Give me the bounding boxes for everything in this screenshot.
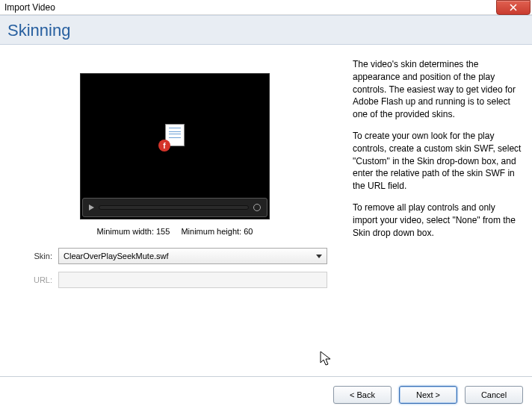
skin-row: Skin: ClearOverPlaySeekMute.swf: [22, 248, 327, 264]
cursor-icon: [320, 351, 332, 367]
seek-bar[interactable]: [99, 205, 249, 210]
page-heading: Skinning: [0, 15, 532, 45]
chevron-down-icon: [316, 255, 322, 258]
video-stage: f: [81, 74, 269, 196]
volume-icon[interactable]: [253, 204, 261, 211]
skin-label: Skin:: [22, 252, 58, 260]
close-icon: [510, 4, 517, 11]
min-width-label: Minimum width: 155: [97, 227, 170, 236]
wizard-footer: < Back Next > Cancel: [0, 376, 532, 412]
url-input: [58, 272, 327, 288]
video-preview: f: [80, 73, 270, 219]
window-title: Import Video: [4, 2, 55, 13]
info-paragraph-3: To remove all play controls and only imp…: [353, 202, 522, 239]
player-skin-bar: [82, 198, 267, 217]
info-paragraph-2: To create your own look for the play con…: [353, 130, 522, 193]
info-panel: The video's skin determines the appearan…: [353, 58, 522, 296]
play-icon[interactable]: [89, 205, 94, 210]
next-button[interactable]: Next >: [399, 386, 457, 404]
skin-dropdown-value: ClearOverPlaySeekMute.swf: [64, 252, 169, 260]
content-area: f Minimum width: 155 Minimum height: 60 …: [0, 45, 532, 376]
cancel-button[interactable]: Cancel: [465, 386, 523, 404]
url-label: URL:: [22, 275, 58, 284]
dimension-info: Minimum width: 155 Minimum height: 60: [97, 227, 253, 236]
title-bar: Import Video: [0, 0, 532, 15]
preview-pane: f Minimum width: 155 Minimum height: 60 …: [10, 58, 339, 296]
url-row: URL:: [22, 272, 327, 288]
back-button[interactable]: < Back: [333, 386, 392, 404]
skin-dropdown[interactable]: ClearOverPlaySeekMute.swf: [58, 248, 327, 264]
flash-badge-icon: f: [158, 140, 170, 152]
close-button[interactable]: [496, 0, 531, 15]
info-paragraph-1: The video's skin determines the appearan…: [353, 58, 522, 121]
min-height-label: Minimum height: 60: [181, 227, 253, 236]
